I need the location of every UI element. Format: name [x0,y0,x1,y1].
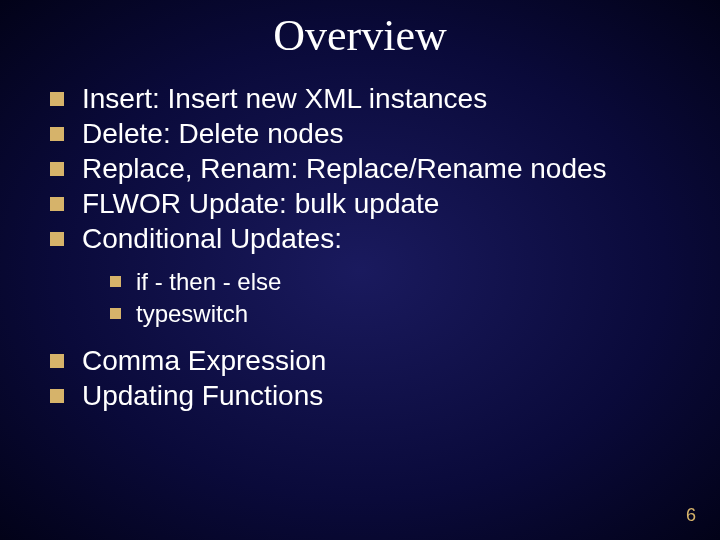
page-number: 6 [686,505,696,526]
list-item: if - then - else [110,266,680,298]
bullet-text: Delete: Delete nodes [82,118,344,149]
list-item: Replace, Renam: Replace/Rename nodes [50,151,680,186]
main-bullet-list: Insert: Insert new XML instances Delete:… [50,81,680,256]
bullet-text: Conditional Updates: [82,223,342,254]
list-item: typeswitch [110,298,680,330]
list-item: Updating Functions [50,378,680,413]
slide-title: Overview [40,10,680,61]
bullet-icon [50,127,64,141]
bullet-icon [110,308,121,319]
bullet-icon [50,232,64,246]
sub-bullet-list: if - then - else typeswitch [110,266,680,331]
slide-container: Overview Insert: Insert new XML instance… [0,0,720,540]
bullet-text: Updating Functions [82,380,323,411]
bullet-text: Replace, Renam: Replace/Rename nodes [82,153,607,184]
list-item: Comma Expression [50,343,680,378]
list-item: FLWOR Update: bulk update [50,186,680,221]
bullet-icon [110,276,121,287]
main-bullet-list-continued: Comma Expression Updating Functions [50,343,680,413]
list-item: Conditional Updates: [50,221,680,256]
bullet-text: FLWOR Update: bulk update [82,188,439,219]
bullet-text: Comma Expression [82,345,326,376]
list-item: Insert: Insert new XML instances [50,81,680,116]
bullet-text: if - then - else [136,268,281,295]
bullet-text: Insert: Insert new XML instances [82,83,487,114]
bullet-icon [50,197,64,211]
bullet-icon [50,389,64,403]
bullet-icon [50,162,64,176]
bullet-text: typeswitch [136,300,248,327]
bullet-icon [50,354,64,368]
bullet-icon [50,92,64,106]
list-item: Delete: Delete nodes [50,116,680,151]
